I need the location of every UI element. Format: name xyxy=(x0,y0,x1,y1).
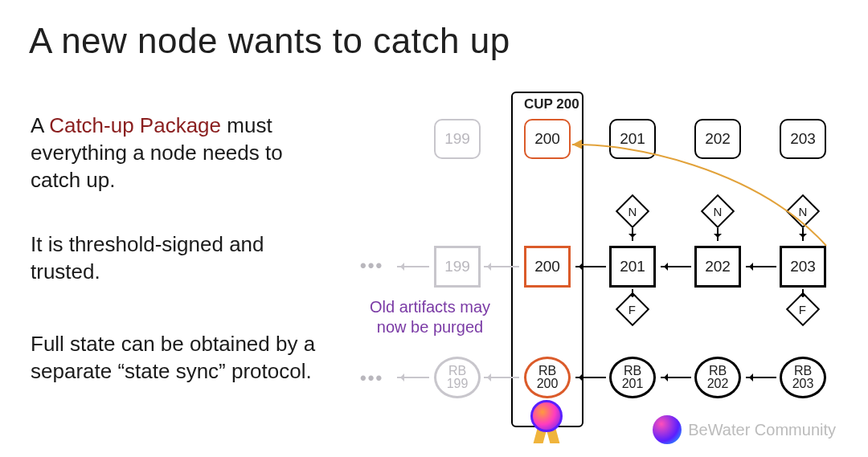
ellipsis-mid: ••• xyxy=(360,255,383,276)
block-202-mid: 202 xyxy=(694,246,741,288)
arrow-n-201 xyxy=(632,228,633,241)
block-199-mid: 199 xyxy=(434,246,481,288)
block-201-top: 201 xyxy=(609,119,656,159)
rb-num: 203 xyxy=(792,377,814,390)
paragraph-1: A Catch-up Package must everything a nod… xyxy=(31,112,336,194)
arrow-rb-203 xyxy=(746,377,776,378)
catch-up-package-term: Catch-up Package xyxy=(49,113,221,137)
arrow-rb-200 xyxy=(484,377,519,378)
arrow-mid-203 xyxy=(746,266,776,267)
block-199-top: 199 xyxy=(434,119,481,159)
rb-label: RB xyxy=(794,365,812,377)
purge-caption: Old artifacts may now be purged xyxy=(354,297,506,337)
arrow-mid-199 xyxy=(397,266,429,267)
paragraph-2: It is threshold-signed and trusted. xyxy=(31,231,336,286)
rb-201: RB 201 xyxy=(609,357,656,398)
rb-200: RB 200 xyxy=(524,357,571,398)
block-201-mid: 201 xyxy=(609,246,656,288)
arrow-n-202 xyxy=(717,228,719,241)
ribbon-badge-icon xyxy=(524,400,569,445)
p1-pre: A xyxy=(31,113,49,137)
arrow-mid-202 xyxy=(661,266,691,267)
watermark-text: BeWater Community xyxy=(688,421,836,439)
diamond-f-201: F xyxy=(616,292,649,326)
rb-199: RB 199 xyxy=(434,357,481,398)
rb-202: RB 202 xyxy=(694,357,741,398)
rb-label: RB xyxy=(624,365,641,377)
arrow-f-201 xyxy=(632,289,633,297)
watermark-logo-icon xyxy=(653,415,682,444)
arrow-f-203 xyxy=(802,289,804,297)
block-202-top: 202 xyxy=(694,119,741,159)
diamond-f-203: F xyxy=(786,292,820,326)
diamond-n-203: N xyxy=(786,194,820,228)
arrow-n-203 xyxy=(802,228,804,241)
block-200-mid: 200 xyxy=(524,246,571,288)
rb-label: RB xyxy=(538,365,556,377)
rb-label: RB xyxy=(709,365,727,377)
arrow-rb-202 xyxy=(661,377,691,378)
arrow-mid-200 xyxy=(484,266,519,267)
rb-num: 200 xyxy=(537,377,559,390)
slide-title: A new node wants to catch up xyxy=(29,21,510,61)
rb-label: RB xyxy=(448,365,466,377)
arrow-mid-201 xyxy=(575,266,606,267)
rb-num: 202 xyxy=(707,377,729,390)
ellipsis-bot: ••• xyxy=(360,368,383,389)
rb-num: 199 xyxy=(447,377,469,390)
diamond-n-201: N xyxy=(616,194,649,228)
paragraph-3: Full state can be obtained by a separate… xyxy=(31,331,336,386)
block-200-top: 200 xyxy=(524,119,571,159)
cup-label: CUP 200 xyxy=(524,96,579,112)
rb-203: RB 203 xyxy=(780,357,826,398)
diamond-n-202: N xyxy=(701,194,735,228)
arrow-rb-201 xyxy=(575,377,606,378)
arrow-rb-199 xyxy=(397,377,429,378)
block-203-mid: 203 xyxy=(780,246,826,288)
block-203-top: 203 xyxy=(780,119,826,159)
rb-num: 201 xyxy=(622,377,644,390)
watermark: BeWater Community xyxy=(653,415,836,444)
